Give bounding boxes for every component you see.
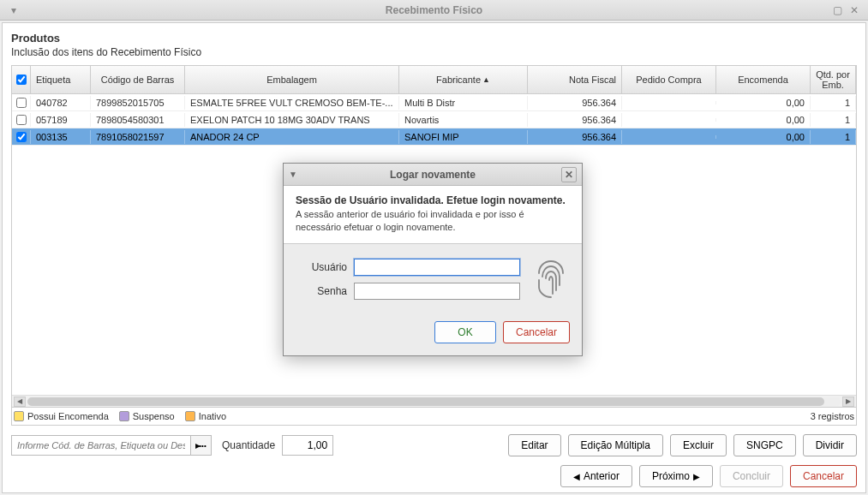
scroll-left-icon[interactable]: ◀ — [14, 397, 26, 407]
password-input[interactable] — [354, 283, 520, 300]
window-title: Recebimento Físico — [386, 4, 482, 16]
search-input[interactable] — [11, 435, 191, 456]
header-checkbox-cell — [12, 66, 31, 93]
cell-qtd: 1 — [811, 113, 856, 127]
record-count: 3 registros — [811, 411, 854, 421]
cell-encomenda: 0,00 — [716, 130, 811, 144]
row-checkbox-cell — [12, 96, 31, 110]
pass-label: Senha — [296, 285, 347, 297]
cell-etiqueta: 003135 — [31, 130, 91, 144]
cell-pedido — [622, 135, 716, 139]
horizontal-scrollbar[interactable]: ◀ ▶ — [12, 395, 856, 407]
table-row[interactable]: 0407827899852015705ESMALTE 5FREE VULT CR… — [12, 94, 856, 111]
editar-button[interactable]: Editar — [508, 434, 560, 456]
sort-asc-icon: ▲ — [482, 75, 490, 84]
legend-inativo: Inativo — [185, 411, 226, 421]
swatch-yellow-icon — [14, 411, 24, 421]
legend-bar: Possui Encomenda Suspenso Inativo 3 regi… — [11, 408, 857, 426]
col-etiqueta[interactable]: Etiqueta — [31, 66, 91, 93]
quantity-input[interactable] — [282, 435, 333, 456]
scroll-right-icon[interactable]: ▶ — [842, 397, 854, 407]
legend-suspenso: Suspenso — [119, 411, 175, 421]
col-encomenda[interactable]: Encomenda — [716, 66, 811, 93]
modal-close-icon[interactable]: ✕ — [561, 167, 577, 182]
page-subtitle: Inclusão dos itens do Recebimento Físico — [11, 46, 857, 58]
col-pedido[interactable]: Pedido Compra — [622, 66, 716, 93]
table-header: Etiqueta Código de Barras Embalagem Fabr… — [12, 66, 856, 94]
col-embalagem[interactable]: Embalagem — [185, 66, 399, 93]
cell-encomenda: 0,00 — [716, 96, 811, 110]
cell-fabricante: Novartis — [399, 113, 528, 127]
cell-pedido — [622, 101, 716, 104]
modal-title-text: Logar novamente — [390, 169, 476, 181]
swatch-orange-icon — [185, 411, 195, 421]
table-row[interactable]: 0571897898054580301EXELON PATCH 10 18MG … — [12, 111, 856, 128]
modal-subtext: A sessão anterior de usuário foi invalid… — [296, 208, 570, 235]
table-row[interactable]: 0031357891058021597ANADOR 24 CPSANOFI MI… — [12, 128, 856, 146]
cell-barras: 7891058021597 — [91, 130, 185, 144]
col-barras[interactable]: Código de Barras — [91, 66, 185, 93]
col-qtd[interactable]: Qtd. por Emb. — [811, 66, 856, 93]
row-checkbox-cell — [12, 113, 31, 127]
username-input[interactable] — [354, 259, 520, 276]
anterior-button[interactable]: ◀Anterior — [560, 465, 632, 487]
triangle-right-icon: ▶ — [693, 472, 700, 481]
modal-collapse-icon[interactable]: ▼ — [289, 170, 297, 179]
minimize-indicator-icon: ▾ — [7, 3, 21, 17]
quantity-label: Quantidade — [222, 439, 275, 451]
triangle-left-icon: ◀ — [573, 472, 580, 481]
col-fabricante[interactable]: Fabricante▲ — [399, 66, 528, 93]
page-title: Produtos — [11, 32, 857, 45]
user-label: Usuário — [296, 261, 347, 273]
cell-etiqueta: 057189 — [31, 113, 91, 127]
window-close-icon[interactable]: ✕ — [847, 3, 861, 17]
fingerprint-icon[interactable] — [532, 256, 570, 309]
cell-fabricante: Multi B Distr — [399, 96, 528, 110]
cell-fabricante: SANOFI MIP — [399, 130, 528, 144]
modal-titlebar: ▼ Logar novamente ✕ — [284, 164, 582, 186]
select-all-checkbox[interactable] — [16, 75, 27, 85]
cell-nota: 956.364 — [528, 96, 622, 110]
cell-qtd: 1 — [811, 130, 856, 144]
login-modal: ▼ Logar novamente ✕ Sessão de Usuário in… — [283, 163, 583, 356]
row-checkbox[interactable] — [16, 132, 27, 142]
cell-barras: 7899852015705 — [91, 96, 185, 110]
dividir-button[interactable]: Dividir — [803, 434, 857, 456]
cell-barras: 7898054580301 — [91, 113, 185, 127]
modal-ok-button[interactable]: OK — [434, 321, 496, 343]
scroll-thumb[interactable] — [27, 397, 824, 406]
cell-embalagem: ANADOR 24 CP — [185, 130, 399, 144]
modal-cancel-button[interactable]: Cancelar — [503, 321, 570, 343]
cell-embalagem: EXELON PATCH 10 18MG 30ADV TRANS — [185, 113, 399, 127]
cell-embalagem: ESMALTE 5FREE VULT CREMOSO BEM-TE-... — [185, 96, 399, 110]
titlebar: ▾ Recebimento Físico ▢ ✕ — [0, 0, 868, 21]
cell-qtd: 1 — [811, 96, 856, 110]
search-lookup-button[interactable]: ▸••• — [191, 435, 212, 456]
cell-nota: 956.364 — [528, 113, 622, 127]
swatch-purple-icon — [119, 411, 129, 421]
cancelar-button[interactable]: Cancelar — [790, 465, 857, 487]
row-checkbox[interactable] — [16, 115, 27, 125]
concluir-button[interactable]: Concluir — [720, 465, 783, 487]
window-maximize-icon[interactable]: ▢ — [830, 3, 844, 17]
sngpc-button[interactable]: SNGPC — [733, 434, 796, 456]
legend-encomenda: Possui Encomenda — [14, 411, 109, 421]
cell-pedido — [622, 118, 716, 122]
cell-encomenda: 0,00 — [716, 113, 811, 127]
row-checkbox-cell — [12, 130, 31, 144]
edicao-multipla-button[interactable]: Edição Múltipla — [568, 434, 663, 456]
cell-nota: 956.364 — [528, 130, 622, 144]
row-checkbox[interactable] — [16, 98, 27, 108]
proximo-button[interactable]: Próximo▶ — [639, 465, 713, 487]
col-nota[interactable]: Nota Fiscal — [528, 66, 622, 93]
cell-etiqueta: 040782 — [31, 96, 91, 110]
excluir-button[interactable]: Excluir — [670, 434, 727, 456]
modal-heading: Sessão de Usuário invalidada. Efetue log… — [296, 194, 570, 206]
